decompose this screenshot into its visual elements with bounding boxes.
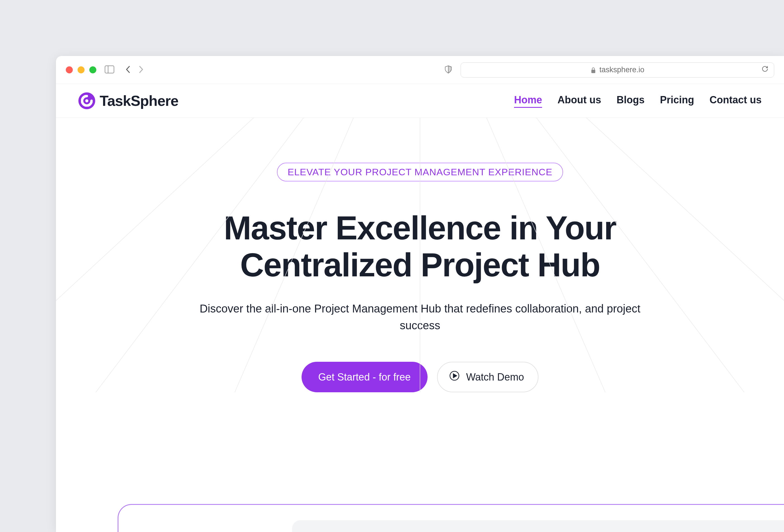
nav-home[interactable]: Home — [514, 94, 542, 108]
lock-icon — [590, 65, 596, 74]
hero-eyebrow: ELEVATE YOUR PROJECT MANAGEMENT EXPERIEN… — [277, 163, 563, 181]
back-button[interactable] — [125, 65, 131, 75]
minimize-window-button[interactable] — [78, 66, 85, 73]
nav-contact[interactable]: Contact us — [709, 94, 762, 108]
svg-rect-2 — [591, 70, 595, 73]
dashboard-content-area — [292, 520, 784, 532]
get-started-button[interactable]: Get Started - for free — [302, 362, 427, 392]
browser-nav-arrows — [125, 65, 144, 75]
brand-name: TaskSphere — [100, 92, 178, 109]
svg-point-3 — [85, 100, 88, 103]
maximize-window-button[interactable] — [89, 66, 96, 73]
hero-title-line2: Centralized Project Hub — [240, 246, 600, 283]
url-text: tasksphere.io — [599, 65, 645, 74]
close-window-button[interactable] — [66, 66, 73, 73]
address-bar[interactable]: tasksphere.io — [460, 62, 774, 78]
nav-blogs[interactable]: Blogs — [617, 94, 645, 108]
svg-rect-0 — [105, 66, 114, 73]
brand-logo[interactable]: TaskSphere — [78, 92, 178, 109]
play-icon — [449, 370, 460, 384]
forward-button[interactable] — [138, 65, 144, 75]
hero-title: Master Excellence in Your Centralized Pr… — [78, 209, 762, 283]
dashboard-preview-frame — [118, 504, 784, 532]
site-header: TaskSphere Home About us Blogs Pricing C… — [56, 84, 784, 118]
browser-window: tasksphere.io TaskSphere Home About us B… — [56, 56, 784, 532]
nav-pricing[interactable]: Pricing — [660, 94, 694, 108]
browser-chrome: tasksphere.io — [56, 56, 784, 84]
primary-nav: Home About us Blogs Pricing Contact us — [514, 94, 762, 108]
cta-row: Get Started - for free Watch Demo — [78, 362, 762, 392]
dashboard-sidebar-area — [128, 514, 285, 532]
logo-mark-icon — [78, 92, 95, 109]
svg-marker-12 — [453, 374, 457, 378]
hero-subtitle: Discover the all-in-one Project Manageme… — [182, 300, 658, 334]
refresh-icon[interactable] — [762, 65, 768, 74]
window-controls — [66, 66, 96, 73]
watch-demo-label: Watch Demo — [466, 371, 524, 383]
privacy-shield-icon[interactable] — [444, 65, 452, 75]
sidebar-toggle-icon[interactable] — [105, 65, 114, 75]
hero-title-line1: Master Excellence in Your — [224, 209, 616, 246]
nav-about[interactable]: About us — [558, 94, 601, 108]
hero-section: ELEVATE YOUR PROJECT MANAGEMENT EXPERIEN… — [56, 118, 784, 392]
watch-demo-button[interactable]: Watch Demo — [437, 362, 539, 392]
